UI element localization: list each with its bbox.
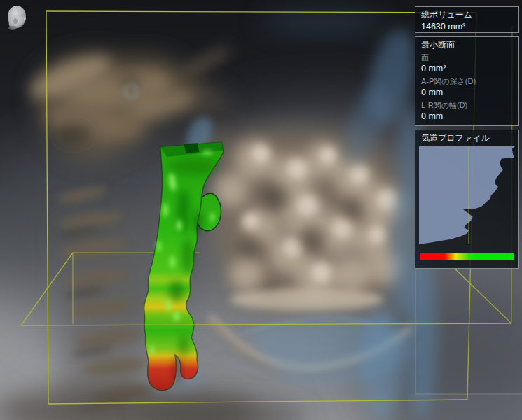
total-volume-panel: 総ボリューム 14630 mm³ [415,6,519,33]
total-volume-value: 14630 mm³ [421,21,513,32]
airway-profile-panel: 気道プロファイル [415,130,519,269]
min-cross-section-panel: 最小断面 面 0 mm² A-P関の深さ(D) 0 mm L-R関の幅(D) 0… [415,36,519,126]
area-label: 面 [421,52,513,62]
min-cross-section-title: 最小断面 [421,40,513,50]
airway-colorbar [420,253,514,260]
lr-width-label: L-R関の幅(D) [421,100,513,110]
area-value: 0 mm² [421,63,513,74]
lr-width-value: 0 mm [421,111,513,122]
ap-depth-value: 0 mm [421,87,513,98]
airway-profile-title: 気道プロファイル [419,133,515,144]
airway-analysis-window: 総ボリューム 14630 mm³ 最小断面 面 0 mm² A-P関の深さ(D)… [0,0,522,420]
ap-depth-label: A-P関の深さ(D) [421,76,513,86]
total-volume-title: 総ボリューム [421,10,513,20]
airway-profile-chart[interactable] [419,146,515,244]
